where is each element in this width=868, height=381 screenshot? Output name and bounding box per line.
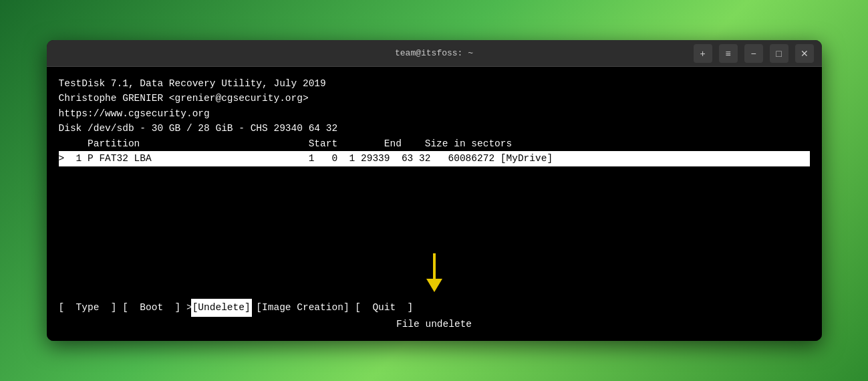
undelete-menu-item[interactable]: [Undelete] xyxy=(192,300,251,315)
partition-row[interactable]: > 1 P FAT32 LBA 1 0 1 29339 63 32 600862… xyxy=(59,151,810,166)
menu-button[interactable]: ≡ xyxy=(719,44,738,63)
titlebar-controls: + ≡ − □ ✕ xyxy=(694,44,814,63)
new-tab-button[interactable]: + xyxy=(694,44,712,63)
down-arrow-icon xyxy=(424,253,444,293)
line-3: https://www.cgsecurity.org xyxy=(59,106,810,121)
bottom-section: [ Type ] [ Boot ] > [Undelete] [Image Cr… xyxy=(59,300,810,332)
boot-menu-item[interactable]: [ Boot ] xyxy=(122,300,180,315)
arrow-container xyxy=(59,253,810,293)
menu-arrow-icon: > xyxy=(186,300,192,315)
type-menu-item[interactable]: [ Type ] xyxy=(59,300,117,315)
quit-menu-item[interactable]: [ Quit ] xyxy=(355,300,413,315)
line-2: Christophe GRENIER <grenier@cgsecurity.o… xyxy=(59,91,810,106)
line-1: TestDisk 7.1, Data Recovery Utility, Jul… xyxy=(59,76,810,91)
image-creation-menu-item[interactable]: [Image Creation] xyxy=(256,300,349,315)
partition-header: Partition Start End Size in sectors xyxy=(59,136,810,151)
terminal-body: TestDisk 7.1, Data Recovery Utility, Jul… xyxy=(47,67,822,341)
window-title: team@itsfoss: ~ xyxy=(395,48,473,58)
spacer xyxy=(59,166,810,253)
terminal-window: team@itsfoss: ~ + ≡ − □ ✕ TestDisk 7.1, … xyxy=(47,40,822,341)
disk-info-line: Disk /dev/sdb - 30 GB / 28 GiB - CHS 293… xyxy=(59,121,810,136)
svg-marker-1 xyxy=(426,279,442,292)
close-button[interactable]: ✕ xyxy=(795,44,814,63)
menu-bar: [ Type ] [ Boot ] > [Undelete] [Image Cr… xyxy=(59,300,810,315)
status-label: File undelete xyxy=(59,317,810,332)
minimize-button[interactable]: − xyxy=(744,44,763,63)
maximize-button[interactable]: □ xyxy=(770,44,788,63)
titlebar: team@itsfoss: ~ + ≡ − □ ✕ xyxy=(47,40,822,67)
